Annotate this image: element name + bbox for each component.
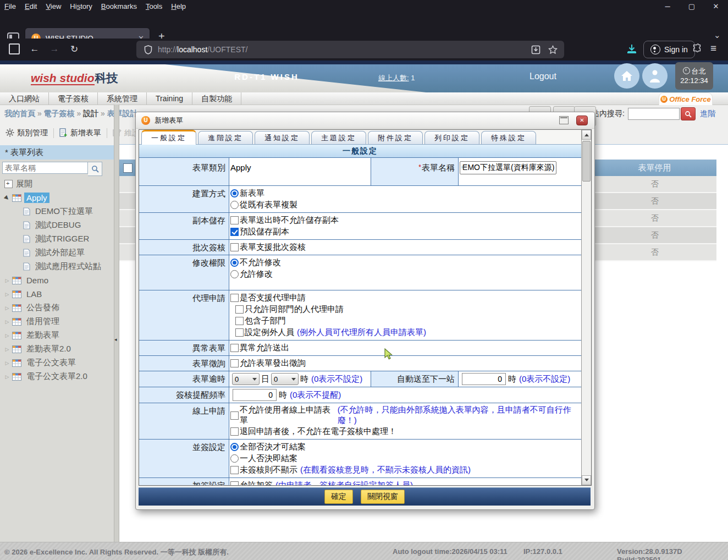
dialog-maximize-button[interactable] (559, 116, 569, 124)
check-unchecked[interactable] (230, 427, 239, 436)
breadcrumb-item[interactable]: 表單設計 (107, 109, 138, 118)
sidebar-search-button[interactable] (88, 162, 102, 176)
menu-tools[interactable]: Tools (141, 2, 167, 10)
check-unchecked[interactable] (230, 294, 239, 302)
tree-node-Demo[interactable]: ▷Demo (0, 273, 114, 287)
radio-checked[interactable] (230, 443, 239, 451)
form-name-search-input[interactable] (2, 162, 88, 174)
menu-bookmarks[interactable]: Bookmarks (97, 2, 141, 10)
menu-help[interactable]: Help (167, 2, 190, 10)
home-button[interactable] (614, 63, 639, 89)
dialog-tab-一般設定[interactable]: 一般設定 (141, 130, 196, 145)
collapsed-arrow-icon[interactable]: ▷ (3, 292, 11, 297)
menu-hamburger-icon[interactable]: ≡ (710, 42, 716, 54)
collapsed-arrow-icon[interactable]: ▷ (3, 360, 11, 366)
minimize-button[interactable]: ─ (655, 2, 680, 10)
collapse-handle-icon[interactable]: ◂ (114, 337, 117, 342)
menu-history[interactable]: History (65, 2, 96, 10)
nav-tab-Training[interactable]: Training (147, 92, 192, 105)
panel-splitter[interactable]: ◂ (114, 105, 119, 542)
expand-all-icon[interactable]: + (4, 180, 13, 188)
sidebar-toggle-icon[interactable] (9, 43, 20, 54)
collapsed-arrow-icon[interactable]: ▷ (3, 278, 11, 283)
radio-unchecked[interactable] (230, 270, 239, 278)
collapsed-arrow-icon[interactable]: ▷ (3, 374, 11, 380)
url-bar[interactable]: http://localhost/UOFTEST/ (136, 41, 564, 58)
maximize-button[interactable]: ▢ (680, 2, 704, 10)
check-unchecked[interactable] (230, 344, 239, 352)
radio-checked[interactable] (230, 259, 239, 267)
tree-node-電子公文表單[interactable]: ▷電子公文表單 (0, 356, 114, 370)
menu-edit[interactable]: Edit (20, 2, 41, 10)
dialog-tab-特殊設定[interactable]: 特殊設定 (481, 131, 536, 144)
check-checked[interactable] (230, 228, 239, 236)
tree-leaf-測試TRIGGER[interactable]: 測試TRIGGER (0, 232, 114, 246)
online-users-link[interactable]: 線上人數: 1 (378, 73, 415, 83)
dialog-tab-通知設定[interactable]: 通知設定 (255, 131, 310, 144)
dialog-tab-主題設定[interactable]: 主題設定 (311, 131, 366, 144)
breadcrumb-item[interactable]: 電子簽核 (44, 109, 75, 118)
radio-unchecked[interactable] (230, 454, 239, 463)
check-unchecked[interactable] (230, 359, 239, 367)
extensions-puzzle-icon[interactable] (692, 43, 703, 54)
nav-tab-入口網站[interactable]: 入口網站 (0, 92, 49, 105)
dialog-tab-附件設定[interactable]: 附件設定 (368, 131, 423, 144)
tree-node-Apply[interactable]: ▶Apply (0, 191, 114, 205)
toolbar-new-form-button[interactable]: 新增表單 (54, 128, 107, 139)
timeout-hour-select[interactable]: 0 (271, 373, 299, 385)
site-search-input[interactable] (628, 108, 680, 120)
scrollbar-thumb[interactable] (582, 141, 591, 182)
scroll-down-icon[interactable] (582, 475, 591, 485)
collapsed-arrow-icon[interactable]: ▷ (3, 347, 11, 352)
tree-node-差勤表單[interactable]: ▷差勤表單 (0, 328, 114, 342)
nav-tab-自製功能[interactable]: 自製功能 (192, 92, 241, 105)
profile-button[interactable] (642, 63, 668, 89)
collapsed-arrow-icon[interactable]: ▷ (3, 333, 11, 338)
tree-leaf-測試應用程式站點[interactable]: 測試應用程式站點 (0, 260, 114, 273)
forward-icon[interactable]: → (48, 43, 60, 54)
tree-node-LAB[interactable]: ▷LAB (0, 287, 114, 301)
dialog-titlebar[interactable]: U 新增表單 ✕ (136, 112, 594, 129)
reload-icon[interactable]: ↻ (68, 43, 80, 55)
auto-next-input[interactable] (462, 373, 506, 385)
tree-node-差勤表單2.0[interactable]: ▷差勤表單2.0 (0, 342, 114, 356)
radio-checked[interactable] (230, 189, 239, 197)
tree-node-借用管理[interactable]: ▷借用管理 (0, 315, 114, 328)
tree-node-公告發佈[interactable]: ▷公告發佈 (0, 301, 114, 315)
radio-unchecked[interactable] (230, 201, 239, 209)
select-all-checkbox[interactable] (123, 163, 133, 173)
downloads-icon[interactable] (626, 43, 638, 55)
tree-leaf-測試外部起單[interactable]: 測試外部起單 (0, 246, 114, 260)
check-unchecked[interactable] (230, 466, 239, 474)
close-button[interactable]: ✕ (704, 2, 728, 10)
collapsed-arrow-icon[interactable]: ▷ (3, 319, 11, 325)
menu-view[interactable]: View (41, 2, 65, 10)
check-unchecked[interactable] (230, 481, 239, 485)
timeout-day-select[interactable]: 0 (232, 373, 260, 385)
tree-node-電子公文表單2.0[interactable]: ▷電子公文表單2.0 (0, 370, 114, 383)
check-unchecked[interactable] (230, 243, 239, 251)
site-search-button[interactable] (681, 107, 696, 120)
check-unchecked[interactable] (235, 328, 244, 337)
form-name-input[interactable] (460, 161, 556, 174)
save-page-icon[interactable] (531, 45, 541, 54)
check-unchecked[interactable] (235, 317, 244, 325)
dialog-tab-列印設定[interactable]: 列印設定 (424, 131, 479, 144)
breadcrumb-item[interactable]: 我的首頁 (4, 109, 35, 118)
nav-tab-系統管理[interactable]: 系統管理 (98, 92, 147, 105)
signin-button[interactable]: Sign in (643, 41, 695, 58)
advanced-search-link[interactable]: 進階 (700, 109, 715, 119)
check-unchecked[interactable] (230, 411, 239, 420)
dialog-tab-進階設定[interactable]: 進階設定 (198, 131, 253, 144)
nav-tab-電子簽核[interactable]: 電子簽核 (49, 92, 98, 105)
check-unchecked[interactable] (230, 216, 239, 224)
scroll-up-icon[interactable] (582, 130, 591, 140)
dialog-scrollbar[interactable] (581, 130, 591, 485)
toolbar-gear-button[interactable]: 類別管理 (0, 128, 53, 139)
bookmark-star-icon[interactable] (548, 45, 558, 54)
back-icon[interactable]: ← (29, 43, 41, 54)
tree-leaf-測試DEBUG[interactable]: 測試DEBUG (0, 218, 114, 232)
logout-link[interactable]: Logout (530, 72, 556, 81)
tree-leaf-DEMO下拉選單[interactable]: DEMO下拉選單 (0, 205, 114, 218)
menu-file[interactable]: File (0, 2, 20, 10)
